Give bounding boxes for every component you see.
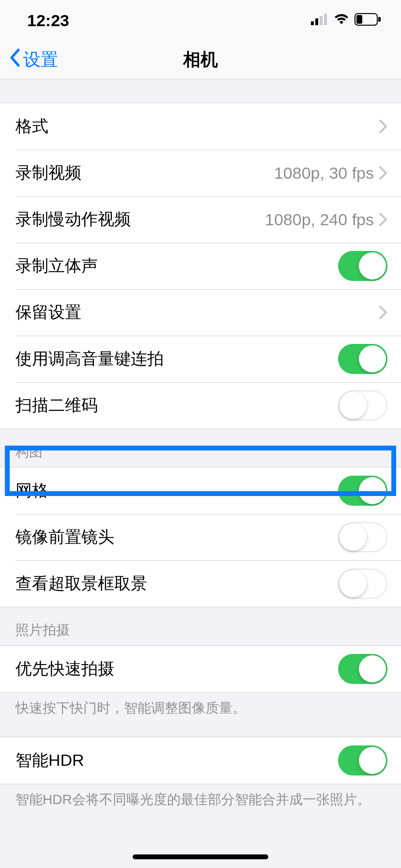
back-label: 设置 [23, 48, 58, 72]
svg-rect-3 [324, 14, 327, 25]
chevron-right-icon [379, 166, 387, 180]
svg-rect-1 [315, 18, 318, 25]
svg-rect-6 [356, 15, 362, 24]
section-footer-smart-hdr: 智能HDR会将不同曝光度的最佳部分智能合并成一张照片。 [0, 784, 401, 819]
svg-rect-0 [311, 21, 314, 25]
row-stereo: 录制立体声 [0, 243, 401, 289]
row-preserve[interactable]: 保留设置 [0, 289, 401, 336]
row-record-slomo[interactable]: 录制慢动作视频 1080p, 240 fps [0, 196, 401, 243]
back-button[interactable]: 设置 [0, 48, 58, 72]
chevron-right-icon [379, 212, 387, 227]
settings-group-main: 格式 录制视频 1080p, 30 fps 录制慢动作视频 1080p, 240… [0, 103, 401, 429]
status-icons [311, 13, 382, 28]
row-mirror-front: 镜像前置镜头 [0, 514, 401, 560]
row-scan-qr: 扫描二维码 [0, 382, 401, 429]
page-title: 相机 [0, 48, 401, 72]
nav-bar: 设置 相机 [0, 41, 401, 79]
row-detail: 1080p, 30 fps [274, 164, 374, 183]
row-label: 查看超取景框取景 [15, 573, 338, 595]
section-header-photo-capture: 照片拍摄 [0, 607, 401, 645]
toggle-prioritize-fast[interactable] [338, 654, 387, 684]
toggle-smart-hdr[interactable] [338, 745, 387, 775]
chevron-right-icon [379, 119, 387, 134]
row-detail: 1080p, 240 fps [265, 210, 374, 229]
chevron-right-icon [379, 305, 387, 320]
settings-group-composition: 网格 镜像前置镜头 查看超取景框取景 [0, 467, 401, 607]
toggle-view-outside-frame[interactable] [338, 569, 387, 599]
row-grid: 网格 [0, 467, 401, 514]
row-label: 智能HDR [15, 749, 338, 772]
row-label: 使用调高音量键连拍 [15, 348, 338, 370]
row-label: 格式 [15, 115, 379, 138]
toggle-stereo[interactable] [338, 251, 387, 281]
status-time: 12:23 [27, 11, 69, 30]
status-bar: 12:23 [0, 0, 401, 41]
row-burst-volume: 使用调高音量键连拍 [0, 336, 401, 382]
row-label: 镜像前置镜头 [15, 526, 338, 548]
toggle-burst-volume[interactable] [338, 344, 387, 374]
row-record-video[interactable]: 录制视频 1080p, 30 fps [0, 150, 401, 196]
wifi-icon [333, 14, 350, 27]
row-label: 录制慢动作视频 [15, 208, 265, 231]
section-footer-prioritize-fast: 快速按下快门时，智能调整图像质量。 [0, 693, 401, 727]
svg-rect-5 [378, 17, 381, 22]
toggle-scan-qr[interactable] [338, 390, 387, 420]
home-indicator[interactable] [133, 854, 268, 859]
section-header-composition: 构图 [0, 429, 401, 467]
row-smart-hdr: 智能HDR [0, 737, 401, 784]
row-formats[interactable]: 格式 [0, 103, 401, 150]
settings-group-photo-capture: 优先快速拍摄 [0, 645, 401, 693]
row-label: 录制视频 [15, 162, 274, 184]
toggle-grid[interactable] [338, 476, 387, 506]
chevron-left-icon [8, 48, 21, 72]
row-label: 优先快速拍摄 [15, 658, 338, 680]
row-prioritize-fast: 优先快速拍摄 [0, 646, 401, 692]
row-label: 扫描二维码 [15, 394, 338, 417]
row-label: 保留设置 [15, 301, 379, 324]
toggle-mirror-front[interactable] [338, 522, 387, 552]
settings-group-hdr: 智能HDR [0, 737, 401, 784]
row-label: 网格 [15, 480, 338, 502]
row-view-outside-frame: 查看超取景框取景 [0, 560, 401, 607]
svg-rect-2 [320, 16, 323, 25]
row-label: 录制立体声 [15, 255, 338, 277]
cellular-icon [311, 14, 328, 27]
battery-icon [355, 13, 382, 28]
